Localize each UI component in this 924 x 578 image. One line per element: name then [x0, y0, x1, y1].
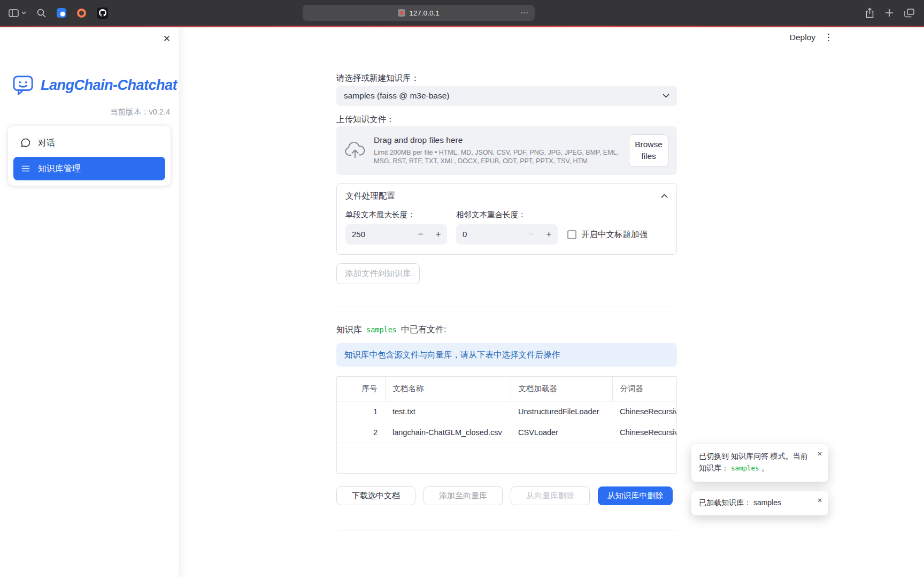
sidebar-item-dialogue[interactable]: 对话: [13, 131, 165, 155]
more-icon[interactable]: ⋯: [520, 8, 529, 18]
sidebar-toggle-icon: [9, 9, 19, 17]
cloud-upload-icon: [345, 142, 365, 158]
delete-from-kb-button[interactable]: 从知识库中删除: [598, 486, 673, 505]
cell-index: 2: [337, 422, 385, 443]
expander-title: 文件处理配置: [345, 191, 395, 202]
plus-button[interactable]: +: [540, 224, 558, 245]
browser-toolbar: 127.0.0.1 ⋯: [0, 0, 924, 26]
overlap-size-input[interactable]: 0: [456, 230, 522, 239]
zh-title-enhance-checkbox[interactable]: 开启中文标题加强: [567, 229, 648, 240]
table-empty-space: [337, 443, 676, 473]
deploy-button[interactable]: Deploy: [790, 33, 815, 42]
toast-kb-code: samples: [731, 464, 759, 472]
dropzone-limit-text: Limit 200MB per file • HTML, MD, JSON, C…: [374, 148, 620, 166]
table-row[interactable]: 1 test.txt UnstructuredFileLoader Chines…: [337, 401, 676, 422]
share-button[interactable]: [865, 7, 874, 18]
kb-files-table[interactable]: 序号 文档名称 文档加载器 分词器 1 test.txt Unstructure…: [336, 376, 677, 474]
sidebar-item-knowledge-base[interactable]: 知识库管理: [13, 157, 165, 180]
sidebar: ✕ LangChain-Chatchat 当前版本：v0.2.4 对话: [0, 27, 179, 578]
cell-loader: UnstructuredFileLoader: [511, 401, 612, 422]
kb-files-heading: 知识库 samples 中已有文件:: [336, 324, 677, 336]
divider: [336, 307, 677, 307]
list-icon: [20, 163, 31, 174]
plus-button[interactable]: +: [429, 224, 447, 245]
logo-text: LangChain-Chatchat: [41, 77, 177, 94]
add-files-to-kb-button[interactable]: 添加文件到知识库: [336, 263, 420, 284]
col-header-loader: 文档加载器: [511, 377, 612, 401]
file-dropzone[interactable]: Drag and drop files here Limit 200MB per…: [336, 126, 677, 175]
search-button[interactable]: [37, 9, 46, 18]
cell-splitter: ChineseRecursiveT: [612, 422, 676, 443]
toast-kb-loaded: 已加载知识库： samples ✕: [691, 491, 828, 515]
chunk-size-stepper: 250 − +: [345, 224, 447, 245]
file-config-expander: 文件处理配置 单段文本最大长度： 250 − + 相邻文本重合长度： 0 − +: [336, 183, 677, 255]
kb-select-label: 请选择或新建知识库：: [336, 73, 677, 83]
overlap-size-label: 相邻文本重合长度：: [456, 210, 558, 219]
cell-name: langchain-ChatGLM_closed.csv: [385, 422, 511, 443]
minus-button[interactable]: −: [412, 224, 429, 245]
main-content: 请选择或新建知识库： samples (faiss @ m3e-base) 上传…: [336, 73, 677, 530]
toast-text-suffix: 。: [761, 463, 768, 472]
sidebar-nav: 对话 知识库管理: [8, 126, 171, 186]
download-selected-button[interactable]: 下载选中文档: [336, 486, 415, 505]
version-label: 当前版本：v0.2.4: [0, 107, 170, 117]
address-bar[interactable]: 127.0.0.1 ⋯: [303, 5, 535, 21]
table-row[interactable]: 2 langchain-ChatGLM_closed.csv CSVLoader…: [337, 422, 676, 443]
sidebar-toggle-button[interactable]: [9, 9, 26, 17]
sidebar-item-label: 知识库管理: [38, 163, 81, 174]
upload-label: 上传知识文件：: [336, 115, 677, 124]
chat-icon: [20, 138, 31, 148]
chunk-size-input[interactable]: 250: [345, 230, 412, 239]
toast-close-button[interactable]: ✕: [817, 496, 822, 506]
add-to-vector-store-button[interactable]: 添加至向量库: [424, 486, 503, 505]
app-logo: LangChain-Chatchat: [13, 75, 179, 95]
github-icon[interactable]: [97, 7, 108, 19]
logo-chat-icon: [13, 75, 35, 95]
table-header-row: 序号 文档名称 文档加载器 分词器: [337, 377, 676, 401]
info-alert: 知识库中包含源文件与向量库，请从下表中选择文件后操作: [336, 343, 677, 367]
extension-blue-icon[interactable]: [57, 8, 66, 18]
sidebar-close-button[interactable]: ✕: [163, 33, 171, 44]
cell-splitter: ChineseRecursiveT: [612, 401, 676, 422]
extension-orange-icon[interactable]: [77, 9, 86, 18]
kb-name-code: samples: [366, 325, 397, 334]
toast-text: 已加载知识库： samples: [699, 498, 781, 507]
checkbox-box: [567, 230, 576, 239]
app-menu-button[interactable]: ⋮: [824, 32, 833, 43]
tab-overview-button[interactable]: [904, 9, 914, 18]
expander-header[interactable]: 文件处理配置: [337, 184, 676, 209]
checkbox-label: 开启中文标题加强: [581, 229, 648, 240]
sidebar-item-label: 对话: [38, 138, 55, 149]
site-favicon-icon: [398, 9, 405, 17]
minus-button[interactable]: −: [522, 224, 540, 245]
overlap-size-stepper: 0 − +: [456, 224, 558, 245]
col-header-index: 序号: [337, 377, 385, 401]
address-url: 127.0.0.1: [409, 9, 439, 17]
chevron-up-icon: [661, 194, 668, 198]
kb-selectbox[interactable]: samples (faiss @ m3e-base): [336, 86, 677, 106]
divider: [336, 530, 677, 530]
chevron-down-icon: [663, 94, 669, 98]
kb-files-prefix: 知识库: [336, 324, 362, 336]
new-tab-button[interactable]: [885, 9, 894, 17]
cell-name: test.txt: [385, 401, 511, 422]
streamlit-decoration-bar: [0, 26, 924, 27]
toast-close-button[interactable]: ✕: [817, 450, 822, 459]
col-header-splitter: 分词器: [612, 377, 676, 401]
toast-mode-switched: 已切换到 知识库问答 模式。当前知识库： samples 。 ✕: [691, 444, 828, 482]
kb-files-suffix: 中已有文件:: [401, 324, 446, 336]
browse-files-button[interactable]: Browse files: [629, 134, 668, 167]
kb-selectbox-value: samples (faiss @ m3e-base): [344, 91, 450, 101]
chevron-down-icon: [21, 11, 26, 14]
cell-loader: CSVLoader: [511, 422, 612, 443]
cell-index: 1: [337, 401, 385, 422]
col-header-name: 文档名称: [385, 377, 511, 401]
dropzone-title: Drag and drop files here: [374, 135, 620, 145]
chunk-size-label: 单段文本最大长度：: [345, 210, 447, 219]
delete-from-vector-store-button[interactable]: 从向量库删除: [511, 486, 590, 505]
